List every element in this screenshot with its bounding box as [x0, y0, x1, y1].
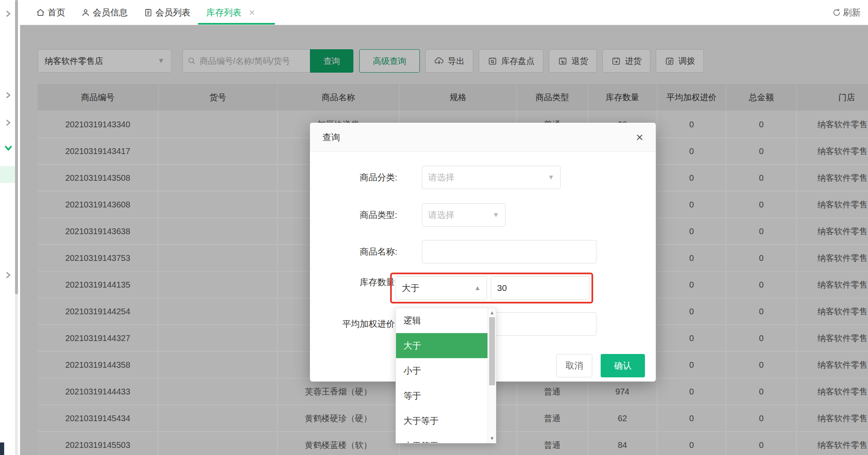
operator-option-list: 逻辑大于小于等于大于等于小于等于 [396, 308, 487, 443]
close-icon[interactable]: × [636, 131, 643, 144]
qty-operator-select[interactable]: 大于 ▲ [396, 276, 487, 300]
product-name-input[interactable] [422, 240, 596, 263]
qty-highlight-box: 大于 ▲ [390, 273, 593, 303]
scroll-down-icon[interactable]: ▼ [488, 434, 496, 443]
sidebar-chevron-down-active-icon[interactable] [3, 143, 13, 153]
inventory-app: 首页 会员信息 会员列表 库存列表 × 刷新 [0, 0, 868, 455]
category-label: 商品分类: [322, 172, 397, 183]
user-icon [81, 8, 90, 17]
tab-member-list[interactable]: 会员列表 [144, 0, 190, 25]
avg-price-label: 平均加权进价: [322, 318, 397, 330]
sidebar-bottom-edge [0, 442, 4, 455]
chevron-up-icon: ▲ [474, 284, 481, 292]
tab-label: 库存列表 [206, 7, 241, 18]
type-label: 商品类型: [322, 209, 397, 221]
qty-value-input[interactable] [491, 276, 589, 300]
sidebar-chevron-icon[interactable] [3, 90, 13, 100]
tab-label: 会员列表 [155, 7, 190, 18]
close-icon[interactable]: × [249, 8, 255, 18]
sidebar-chevron-icon[interactable] [3, 118, 13, 128]
dropdown-scrollbar-thumb[interactable] [489, 317, 495, 385]
tab-label: 会员信息 [93, 7, 128, 18]
tab-home[interactable]: 首页 [36, 0, 65, 25]
category-select[interactable]: 请选择 ▼ [422, 166, 561, 189]
sidebar-scrollbar-thumb[interactable] [15, 0, 18, 294]
type-select[interactable]: 请选择 ▼ [422, 203, 505, 227]
refresh-button[interactable]: 刷新 [832, 7, 860, 18]
type-select-placeholder: 请选择 [428, 209, 454, 221]
qty-label: 库存数量: [322, 276, 397, 288]
dropdown-scrollbar: ▲ ▼ [487, 308, 496, 443]
operator-option[interactable]: 逻辑 [396, 308, 487, 333]
sidebar-active-highlight [0, 166, 15, 183]
modal-header: 查询 × [310, 123, 656, 152]
cancel-button[interactable]: 取消 [556, 354, 592, 377]
category-select-placeholder: 请选择 [428, 172, 454, 183]
refresh-icon [832, 8, 841, 17]
operator-option[interactable]: 等于 [396, 383, 487, 408]
chevron-down-icon: ▼ [548, 174, 554, 181]
home-icon [36, 8, 45, 17]
tab-label: 首页 [48, 7, 65, 18]
sidebar-expand-icon[interactable] [3, 9, 13, 19]
tab-bar: 首页 会员信息 会员列表 库存列表 × 刷新 [20, 0, 868, 25]
qty-operator-value: 大于 [402, 282, 419, 294]
active-tab-underline [198, 23, 275, 25]
confirm-button[interactable]: 确认 [601, 354, 645, 377]
operator-option[interactable]: 大于等于 [396, 408, 487, 433]
name-label: 商品名称: [322, 246, 397, 258]
operator-option[interactable]: 小于 [396, 358, 487, 383]
tab-member-info[interactable]: 会员信息 [81, 0, 128, 25]
tab-inventory-list[interactable]: 库存列表 × [206, 0, 255, 25]
operator-option[interactable]: 小于等于 [396, 433, 487, 443]
qty-operator-dropdown: 逻辑大于小于等于大于等于小于等于 ▲ ▼ [396, 308, 496, 443]
left-sidebar-rail [0, 0, 20, 455]
operator-option[interactable]: 大于 [396, 333, 487, 358]
sidebar-chevron-icon[interactable] [3, 270, 13, 280]
modal-title: 查询 [322, 131, 340, 143]
list-icon [144, 8, 153, 17]
chevron-down-icon: ▼ [492, 211, 499, 219]
refresh-label: 刷新 [843, 7, 860, 18]
scroll-up-icon[interactable]: ▲ [488, 308, 496, 317]
